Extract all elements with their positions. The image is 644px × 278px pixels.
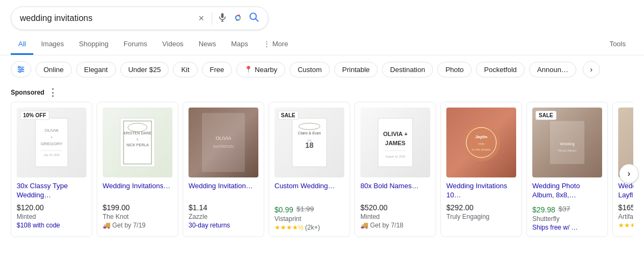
search-bar: ×: [11, 6, 269, 30]
product-badge: 10% OFF: [20, 111, 49, 120]
product-title: 30x Classy Type Wedding…: [17, 182, 86, 201]
product-seller: Zazzle: [189, 213, 258, 220]
product-seller: Truly Engaging: [446, 213, 516, 220]
product-image: OLIVIA INVITATION: [189, 108, 258, 177]
product-image: Jaylin rsvp to this please: [446, 108, 516, 177]
product-price-original: $37: [559, 205, 570, 213]
svg-text:18: 18: [305, 141, 314, 149]
chip-printable[interactable]: Printable: [334, 62, 378, 77]
product-card[interactable]: OLIVIA + JAMES August 12, 2025 80x Bold …: [354, 102, 436, 237]
product-card[interactable]: 10% OFF OLIVIA & GREGORY July 18, 2025 3…: [11, 102, 92, 237]
chip-free[interactable]: Free: [202, 62, 233, 77]
svg-text:August 12, 2025: August 12, 2025: [386, 155, 406, 158]
tab-more[interactable]: ⋮ More: [256, 34, 296, 55]
product-price: $520.00: [360, 203, 430, 212]
chip-online[interactable]: Online: [35, 62, 72, 77]
more-dots-icon: ⋮: [263, 40, 270, 48]
search-input[interactable]: [20, 13, 192, 23]
svg-text:JAMES: JAMES: [385, 140, 406, 146]
product-image: KRISTEN DARE & NICK PERLA: [103, 108, 172, 177]
product-price: $199.00: [103, 203, 172, 212]
product-shipping: 🚚 Get by 7/19: [103, 222, 172, 229]
chip-destination[interactable]: Destination: [382, 62, 433, 77]
search-icon[interactable]: [249, 12, 259, 25]
tab-shopping[interactable]: Shopping: [71, 34, 116, 55]
tab-all[interactable]: All: [11, 34, 33, 55]
product-extra: 30-day returns: [189, 222, 258, 229]
product-title: 80x Bold Names…: [360, 182, 430, 201]
chips-next-button[interactable]: ›: [583, 61, 600, 78]
svg-text:GREGORY: GREGORY: [41, 141, 63, 146]
chip-announce[interactable]: Announ…: [529, 62, 576, 77]
svg-text:Wedding: Wedding: [560, 142, 575, 146]
product-title: Wedding Invitation…: [189, 182, 258, 201]
product-card[interactable]: SALE Wedding Photo Album Wedding Photo A…: [526, 102, 608, 237]
svg-text:rsvp: rsvp: [478, 142, 484, 145]
chip-nearby[interactable]: 📍 Nearby: [236, 62, 285, 77]
clear-button[interactable]: ×: [196, 13, 206, 24]
location-icon: 📍: [244, 66, 252, 73]
product-title: Wedding Photo Album, 8x8,…: [532, 182, 602, 201]
product-seller: Minted: [17, 213, 86, 220]
sponsored-menu-icon[interactable]: ⋮: [48, 87, 57, 98]
chip-photo[interactable]: Photo: [437, 62, 472, 77]
svg-text:OLIVIA: OLIVIA: [45, 128, 59, 133]
product-title: Wedding Invitations…: [103, 182, 172, 201]
search-bar-container: ×: [0, 0, 644, 34]
product-seller: The Knot: [103, 213, 172, 220]
product-shipping: 🚚 Get by 7/18: [360, 222, 430, 229]
lens-icon[interactable]: [233, 12, 243, 25]
product-title: Wedding Album Layflat…: [618, 182, 633, 201]
svg-text:OLIVIA +: OLIVIA +: [383, 131, 408, 137]
products-container: 10% OFF OLIVIA & GREGORY July 18, 2025 3…: [0, 102, 644, 246]
svg-point-3: [236, 15, 240, 19]
tab-tools[interactable]: Tools: [602, 34, 633, 55]
product-image: SALE Wedding Photo Album: [532, 108, 602, 177]
chip-under25[interactable]: Under $25: [120, 62, 169, 77]
svg-point-10: [21, 68, 23, 70]
microphone-icon[interactable]: [218, 12, 227, 25]
chip-elegant[interactable]: Elegant: [76, 62, 116, 77]
product-price: $165.00: [618, 203, 633, 212]
chip-custom[interactable]: Custom: [290, 62, 330, 77]
search-icons: ×: [196, 12, 259, 25]
product-card[interactable]: OLIVIA INVITATION Wedding Invitation… $1…: [183, 102, 264, 237]
chip-pocketfold[interactable]: Pocketfold: [476, 62, 525, 77]
sponsored-header: Sponsored ⋮: [0, 83, 644, 102]
product-rating: ★★★★½ (858): [618, 222, 633, 229]
svg-text:INVITATION: INVITATION: [213, 145, 234, 148]
filter-settings-chip[interactable]: [11, 61, 31, 77]
product-seller: Minted: [360, 213, 430, 220]
product-seller: Artifact Uprisi…: [618, 213, 633, 220]
svg-line-5: [256, 18, 258, 21]
product-card[interactable]: SALE Claire & Evan July 18 Custom Weddin…: [269, 102, 350, 237]
product-image: SALE Claire & Evan July 18: [274, 108, 344, 177]
svg-text:to this please: to this please: [472, 148, 491, 151]
product-badge: SALE: [278, 111, 299, 120]
stars-icon: ★★★★½: [274, 224, 303, 231]
svg-point-9: [18, 66, 20, 68]
product-image: OLIVIA + JAMES August 12, 2025: [360, 108, 430, 177]
tab-forums[interactable]: Forums: [116, 34, 155, 55]
product-seller: Vistaprint: [274, 215, 344, 223]
products-grid: 10% OFF OLIVIA & GREGORY July 18, 2025 3…: [11, 102, 633, 237]
tab-videos[interactable]: Videos: [155, 34, 191, 55]
product-price: $120.00: [17, 203, 86, 212]
tab-images[interactable]: Images: [33, 34, 71, 55]
product-title: Wedding Invitations 10…: [446, 182, 516, 201]
tab-maps[interactable]: Maps: [223, 34, 256, 55]
tab-news[interactable]: News: [191, 34, 224, 55]
product-card[interactable]: KRISTEN DARE & NICK PERLA Wedding Invita…: [97, 102, 178, 237]
product-seller: Shutterfly: [532, 215, 602, 223]
product-title: Custom Wedding…: [274, 182, 344, 201]
product-card[interactable]: Jaylin rsvp to this please Wedding Invit…: [440, 102, 522, 237]
nav-tabs: All Images Shopping Forums Videos News M…: [0, 34, 644, 55]
svg-rect-18: [120, 118, 155, 167]
products-next-button[interactable]: ›: [619, 164, 639, 183]
product-price-original: $1.99: [296, 205, 314, 213]
svg-rect-24: [202, 113, 245, 172]
svg-text:Claire & Evan: Claire & Evan: [298, 131, 321, 135]
chip-kit[interactable]: Kit: [173, 62, 197, 77]
product-image: 10% OFF OLIVIA & GREGORY July 18, 2025: [17, 108, 86, 177]
svg-text:NICK PERLA: NICK PERLA: [126, 143, 149, 147]
